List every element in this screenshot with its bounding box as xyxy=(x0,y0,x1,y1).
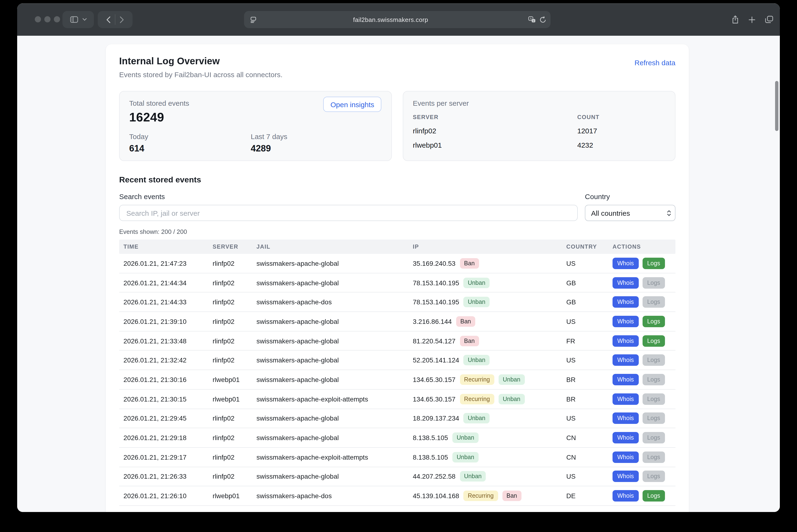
event-server: rlwebp01 xyxy=(208,395,252,403)
per-server-title: Events per server xyxy=(413,99,666,107)
logs-button[interactable]: Logs xyxy=(642,316,665,327)
event-country: US xyxy=(562,415,608,422)
badge-unban: Unban xyxy=(499,374,525,385)
event-ip: 18.209.137.234 xyxy=(413,415,459,422)
event-time: 2026.01.21, 21:29:17 xyxy=(119,453,208,461)
whois-button[interactable]: Whois xyxy=(613,316,638,327)
event-ip-cell: 134.65.30.157RecurringUnban xyxy=(409,394,562,404)
logs-button[interactable]: Logs xyxy=(642,258,665,269)
badge-unban: Unban xyxy=(499,394,525,404)
badge-recurring: Recurring xyxy=(460,374,494,385)
sidebar-icon[interactable] xyxy=(70,16,78,23)
event-time: 2026.01.21, 21:39:10 xyxy=(119,318,208,325)
minimize-window-button[interactable] xyxy=(44,16,51,22)
event-country: US xyxy=(562,260,608,267)
whois-button[interactable]: Whois xyxy=(613,413,638,424)
event-ip-cell: 44.207.252.58Unban xyxy=(409,471,562,482)
whois-button[interactable]: Whois xyxy=(613,277,638,288)
translate-icon[interactable]: A x xyxy=(528,16,536,23)
zoom-window-button[interactable] xyxy=(54,16,60,22)
browser-toolbar: fail2ban.swissmakers.corp A x xyxy=(17,3,780,36)
forward-icon[interactable] xyxy=(120,16,124,23)
event-server: rlwebp01 xyxy=(208,376,252,383)
logs-button[interactable]: Logs xyxy=(642,355,665,366)
reader-icon[interactable] xyxy=(248,16,258,23)
event-actions: WhoisLogs xyxy=(608,374,675,385)
logs-button[interactable]: Logs xyxy=(642,374,665,385)
address-bar[interactable]: fail2ban.swissmakers.corp A x xyxy=(244,11,550,28)
event-actions: WhoisLogs xyxy=(608,316,675,327)
server-name: rlinfp02 xyxy=(413,127,577,135)
event-ip-cell: 35.169.240.53Ban xyxy=(409,258,562,269)
whois-button[interactable]: Whois xyxy=(613,355,638,366)
logs-button[interactable]: Logs xyxy=(642,393,665,404)
event-ip: 134.65.30.157 xyxy=(413,395,455,403)
vertical-scrollbar[interactable] xyxy=(775,81,778,131)
event-row: 2026.01.21, 21:26:10rlwebp01swissmakers-… xyxy=(119,487,675,506)
event-jail: swissmakers-apache-exploit-attempts xyxy=(252,453,409,461)
whois-button[interactable]: Whois xyxy=(613,451,638,463)
event-ip-cell: 52.205.141.124Unban xyxy=(409,355,562,365)
whois-button[interactable]: Whois xyxy=(613,296,638,308)
whois-button[interactable]: Whois xyxy=(613,258,638,269)
whois-button[interactable]: Whois xyxy=(613,374,638,385)
event-country: FR xyxy=(562,337,608,345)
search-input[interactable] xyxy=(119,205,578,221)
share-icon[interactable] xyxy=(732,15,739,24)
whois-button[interactable]: Whois xyxy=(613,393,638,404)
logs-button[interactable]: Logs xyxy=(642,432,665,443)
chevron-down-icon[interactable] xyxy=(82,18,87,21)
logs-button[interactable]: Logs xyxy=(642,451,665,463)
recent-events-title: Recent stored events xyxy=(119,175,675,185)
tabs-icon[interactable] xyxy=(765,16,773,23)
event-jail: swissmakers-apache-global xyxy=(252,279,409,286)
event-jail: swissmakers-apache-dos xyxy=(252,492,409,500)
country-select-value: All countries xyxy=(591,209,630,217)
search-label: Search events xyxy=(119,192,578,201)
event-actions: WhoisLogs xyxy=(608,393,675,404)
nav-divider xyxy=(115,14,115,25)
event-ip-cell: 78.153.140.195Unban xyxy=(409,278,562,288)
event-ip-cell: 18.209.137.234Unban xyxy=(409,413,562,424)
country-label: Country xyxy=(585,192,675,201)
svg-text:A: A xyxy=(530,17,532,20)
event-jail: swissmakers-apache-global xyxy=(252,434,409,441)
whois-button[interactable]: Whois xyxy=(613,471,638,482)
event-time: 2026.01.21, 21:30:16 xyxy=(119,376,208,383)
event-country: GB xyxy=(562,298,608,306)
event-jail: swissmakers-apache-global xyxy=(252,376,409,383)
whois-button[interactable]: Whois xyxy=(613,335,638,346)
logs-button[interactable]: Logs xyxy=(642,490,665,501)
open-insights-button[interactable]: Open insights xyxy=(323,97,381,112)
logs-button[interactable]: Logs xyxy=(642,296,665,308)
reload-icon[interactable] xyxy=(540,16,546,23)
event-row: 2026.01.21, 21:30:15rlwebp01swissmakers-… xyxy=(119,390,675,409)
per-server-row: rlwebp014232 xyxy=(413,135,666,149)
country-select[interactable]: All countries xyxy=(585,205,675,221)
logs-button[interactable]: Logs xyxy=(642,277,665,288)
event-ip: 52.205.141.124 xyxy=(413,357,459,364)
event-row: 2026.01.21, 21:32:42rlinfp02swissmakers-… xyxy=(119,351,675,370)
event-server: rlinfp02 xyxy=(208,415,252,422)
close-window-button[interactable] xyxy=(35,16,41,22)
event-ip-cell: 3.216.86.144Ban xyxy=(409,316,562,327)
whois-button[interactable]: Whois xyxy=(613,432,638,443)
per-server-col-server: SERVER xyxy=(413,114,577,120)
event-row: 2026.01.21, 21:29:18rlinfp02swissmakers-… xyxy=(119,428,675,448)
logs-button[interactable]: Logs xyxy=(642,335,665,346)
event-ip-cell: 78.153.140.195Unban xyxy=(409,297,562,307)
event-server: rlinfp02 xyxy=(208,473,252,480)
back-icon[interactable] xyxy=(106,16,111,23)
logs-button[interactable]: Logs xyxy=(642,471,665,482)
event-time: 2026.01.21, 21:47:23 xyxy=(119,260,208,267)
new-tab-icon[interactable] xyxy=(748,16,756,23)
event-ip: 134.65.30.157 xyxy=(413,376,455,383)
refresh-data-link[interactable]: Refresh data xyxy=(634,59,675,67)
whois-button[interactable]: Whois xyxy=(613,490,638,501)
logs-button[interactable]: Logs xyxy=(642,413,665,424)
event-server: rlinfp02 xyxy=(208,260,252,267)
event-country: GB xyxy=(562,279,608,286)
event-time: 2026.01.21, 21:44:34 xyxy=(119,279,208,286)
event-time: 2026.01.21, 21:26:10 xyxy=(119,492,208,500)
sidebar-toggle-group[interactable] xyxy=(62,11,94,28)
